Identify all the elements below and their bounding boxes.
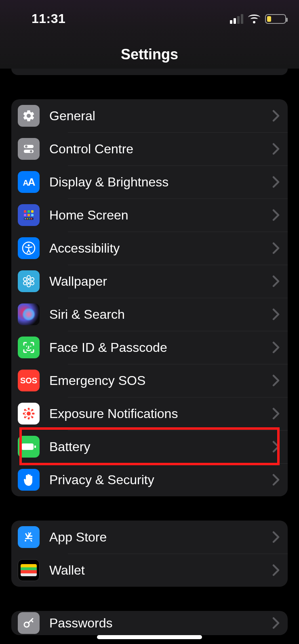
row-exposure-notifications[interactable]: Exposure Notifications xyxy=(11,397,288,430)
appstore-icon xyxy=(18,526,40,548)
row-siri-search[interactable]: Siri & Search xyxy=(11,298,288,331)
svg-point-32 xyxy=(24,409,26,411)
hand-icon xyxy=(18,469,40,491)
svg-rect-37 xyxy=(34,445,36,448)
row-label: Wallet xyxy=(49,563,272,578)
row-label: Privacy & Security xyxy=(49,473,272,487)
page-title: Settings xyxy=(0,46,299,63)
row-label: Passwords xyxy=(49,616,272,631)
svg-point-31 xyxy=(33,413,35,415)
row-passwords[interactable]: Passwords xyxy=(11,611,288,635)
row-label: Accessibility xyxy=(49,241,272,256)
chevron-right-icon xyxy=(272,143,280,155)
chevron-right-icon xyxy=(272,275,280,287)
siri-icon xyxy=(18,303,40,325)
row-app-store[interactable]: App Store xyxy=(11,521,288,554)
svg-rect-14 xyxy=(31,218,32,220)
status-time: 11:31 xyxy=(32,11,65,26)
svg-point-20 xyxy=(23,278,27,281)
svg-point-21 xyxy=(31,278,34,281)
svg-point-22 xyxy=(23,282,27,285)
row-label: Home Screen xyxy=(49,208,272,223)
row-label: Emergency SOS xyxy=(49,373,272,388)
chevron-right-icon xyxy=(272,474,280,486)
svg-rect-36 xyxy=(21,443,34,450)
status-bar: 11:31 xyxy=(0,11,299,26)
row-label: General xyxy=(49,109,272,123)
chevron-right-icon xyxy=(272,110,280,122)
svg-point-18 xyxy=(27,276,30,279)
battery-icon xyxy=(18,436,40,458)
svg-point-30 xyxy=(23,413,25,415)
chevron-right-icon xyxy=(272,209,280,221)
exposure-icon xyxy=(18,403,40,424)
row-privacy-security[interactable]: Privacy & Security xyxy=(11,463,288,496)
svg-point-17 xyxy=(27,280,30,283)
battery-status-icon xyxy=(265,14,286,24)
svg-point-33 xyxy=(32,409,34,411)
svg-rect-12 xyxy=(27,218,28,220)
row-battery[interactable]: Battery xyxy=(11,430,288,463)
row-label: Wallpaper xyxy=(49,274,272,289)
toggles-icon xyxy=(18,138,40,160)
svg-point-19 xyxy=(27,284,30,287)
svg-point-24 xyxy=(26,346,27,347)
svg-point-3 xyxy=(30,150,32,153)
row-label: Siri & Search xyxy=(49,307,272,322)
row-display-brightness[interactable]: AA Display & Brightness xyxy=(11,165,288,199)
svg-point-1 xyxy=(25,145,27,148)
row-control-centre[interactable]: Control Centre xyxy=(11,132,288,165)
svg-rect-6 xyxy=(31,210,34,213)
settings-group-device: General Control Centre AA Display & Brig… xyxy=(11,99,288,496)
row-label: App Store xyxy=(49,530,272,545)
wifi-icon xyxy=(248,15,260,23)
row-faceid-passcode[interactable]: Face ID & Passcode xyxy=(11,331,288,364)
chevron-right-icon xyxy=(272,441,280,453)
svg-point-38 xyxy=(25,540,26,542)
svg-point-29 xyxy=(28,418,30,420)
row-label: Display & Brightness xyxy=(49,175,272,190)
svg-rect-5 xyxy=(27,210,30,213)
wallet-icon xyxy=(18,559,40,581)
row-label: Battery xyxy=(49,439,272,454)
svg-rect-7 xyxy=(24,214,26,216)
svg-rect-4 xyxy=(24,210,26,213)
chevron-right-icon xyxy=(272,374,280,387)
row-general[interactable]: General xyxy=(11,99,288,132)
settings-group-passwords: Passwords xyxy=(11,611,288,635)
cellular-icon xyxy=(230,14,243,24)
chevron-right-icon xyxy=(272,242,280,254)
svg-rect-9 xyxy=(31,214,34,216)
row-label: Control Centre xyxy=(49,142,272,157)
home-indicator[interactable] xyxy=(97,635,202,639)
svg-point-16 xyxy=(28,245,30,247)
textsize-icon: AA xyxy=(18,171,40,193)
app-grid-icon xyxy=(18,204,40,226)
row-emergency-sos[interactable]: SOS Emergency SOS xyxy=(11,364,288,397)
flower-icon xyxy=(18,270,40,292)
svg-point-35 xyxy=(32,416,34,418)
svg-point-25 xyxy=(30,346,32,347)
row-home-screen[interactable]: Home Screen xyxy=(11,199,288,232)
accessibility-icon xyxy=(18,237,40,259)
chevron-right-icon xyxy=(272,564,280,576)
chevron-right-icon xyxy=(272,617,280,629)
settings-group-store: App Store Wallet xyxy=(11,521,288,587)
sos-icon: SOS xyxy=(18,370,40,391)
chevron-right-icon xyxy=(272,176,280,188)
svg-rect-8 xyxy=(27,214,30,216)
key-icon xyxy=(18,612,40,634)
row-wallet[interactable]: Wallet xyxy=(11,554,288,587)
svg-rect-13 xyxy=(29,218,30,220)
navigation-bar: 11:31 Settings xyxy=(0,0,299,69)
group-previous xyxy=(11,69,288,75)
svg-rect-11 xyxy=(25,218,26,220)
row-wallpaper[interactable]: Wallpaper xyxy=(11,265,288,298)
row-label: Exposure Notifications xyxy=(49,406,272,421)
settings-scroll[interactable]: General Control Centre AA Display & Brig… xyxy=(0,69,299,644)
faceid-icon xyxy=(18,337,40,358)
chevron-right-icon xyxy=(272,408,280,420)
chevron-right-icon xyxy=(272,308,280,320)
row-accessibility[interactable]: Accessibility xyxy=(11,232,288,265)
gear-icon xyxy=(18,105,40,127)
